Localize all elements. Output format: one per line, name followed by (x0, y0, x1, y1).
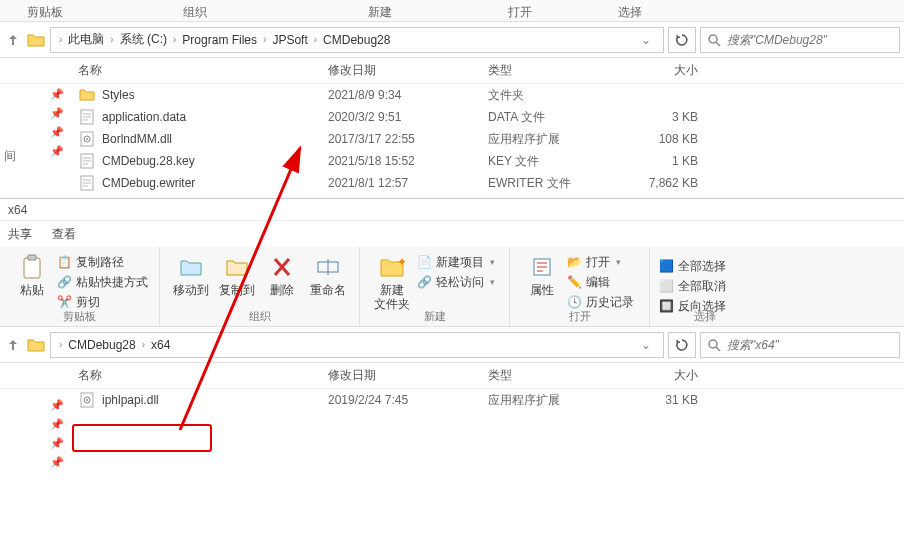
file-row[interactable]: BorlndMM.dll2017/3/17 22:55应用程序扩展108 KB (0, 128, 904, 150)
file-size: 31 KB (628, 393, 698, 407)
crumb-pf[interactable]: Program Files (180, 33, 259, 47)
file-type: 文件夹 (488, 87, 628, 104)
edit-button[interactable]: ✏️编辑 (566, 273, 634, 291)
breadcrumb-dropdown[interactable]: ⌄ (635, 33, 657, 47)
breadcrumb-dropdown[interactable]: ⌄ (635, 338, 657, 352)
group-label: 新建 (360, 309, 509, 324)
col-type[interactable]: 类型 (488, 62, 628, 79)
search-box[interactable] (700, 27, 900, 53)
annotation-highlight (72, 424, 212, 452)
file-name: Styles (102, 88, 328, 102)
file-date: 2017/3/17 22:55 (328, 132, 488, 146)
svg-rect-9 (28, 255, 36, 260)
file-row[interactable]: Styles2021/8/9 9:34文件夹 (0, 84, 904, 106)
crumb-pc[interactable]: 此电脑 (66, 31, 106, 48)
easy-access-button[interactable]: 🔗轻松访问▾ (416, 273, 495, 291)
new-item-button[interactable]: 📄新建项目▾ (416, 253, 495, 271)
chevron-right-icon: › (140, 339, 147, 350)
rename-icon (314, 253, 342, 281)
col-size[interactable]: 大小 (628, 367, 698, 384)
search-input[interactable] (727, 33, 893, 47)
crumb-drive[interactable]: 系统 (C:) (118, 31, 169, 48)
file-name: BorlndMM.dll (102, 132, 328, 146)
file-size: 1 KB (628, 154, 698, 168)
select-all-button[interactable]: 🟦全部选择 (658, 257, 726, 275)
search-box-2[interactable] (700, 332, 900, 358)
file-size: 108 KB (628, 132, 698, 146)
col-name[interactable]: 名称 (78, 62, 328, 79)
file-list: 名称 修改日期 类型 大小 间 📌 📌 📌 📌 Styles2021/8/9 9… (0, 58, 904, 196)
file-date: 2021/5/18 15:52 (328, 154, 488, 168)
pin-icon: 📌 (50, 418, 64, 431)
breadcrumb-2[interactable]: › CMDebug28 › x64 ⌄ (50, 332, 664, 358)
folder-icon (26, 30, 46, 50)
file-row[interactable]: iphlpapi.dll2019/2/24 7:45应用程序扩展31 KB (0, 389, 904, 411)
file-row[interactable]: application.data2020/3/2 9:51DATA 文件3 KB (0, 106, 904, 128)
crumb-x64[interactable]: x64 (149, 338, 172, 352)
breadcrumb[interactable]: › 此电脑 › 系统 (C:) › Program Files › JPSoft… (50, 27, 664, 53)
crumb-cmdebug[interactable]: CMDebug28 (321, 33, 392, 47)
file-type: EWRITER 文件 (488, 175, 628, 192)
select-none-button[interactable]: ⬜全部取消 (658, 277, 726, 295)
crumb-jpsoft[interactable]: JPSoft (270, 33, 309, 47)
refresh-button[interactable] (668, 332, 696, 358)
pin-column-2: 📌 📌 📌 📌 (50, 399, 64, 469)
shortcut-icon: 🔗 (56, 274, 72, 290)
svg-line-1 (716, 42, 720, 46)
group-label: 选择 (650, 309, 760, 324)
edit-icon: ✏️ (566, 274, 582, 290)
nav-up-icon[interactable] (4, 28, 22, 52)
file-row[interactable]: CMDebug.ewriter2021/8/1 12:57EWRITER 文件7… (0, 172, 904, 194)
tab-share[interactable]: 共享 (8, 226, 32, 243)
file-list-2: 名称 修改日期 类型 大小 📌 📌 📌 📌 iphlpapi.dll2019/2… (0, 363, 904, 411)
file-type: KEY 文件 (488, 153, 628, 170)
file-type: 应用程序扩展 (488, 392, 628, 409)
file-name: CMDebug.28.key (102, 154, 328, 168)
refresh-button[interactable] (668, 27, 696, 53)
column-headers[interactable]: 名称 修改日期 类型 大小 (0, 58, 904, 84)
paste-shortcut-button[interactable]: 🔗粘贴快捷方式 (56, 273, 148, 291)
file-name: application.data (102, 110, 328, 124)
file-icon (78, 174, 96, 192)
chevron-right-icon[interactable]: › (57, 34, 64, 45)
ribbon-tabs: 共享 查看 (0, 221, 904, 247)
svg-line-15 (716, 347, 720, 351)
tab-view[interactable]: 查看 (52, 226, 76, 243)
delete-icon (268, 253, 296, 281)
file-row[interactable]: CMDebug.28.key2021/5/18 15:52KEY 文件1 KB (0, 150, 904, 172)
ribbon-new: ✦新建 文件夹 📄新建项目▾ 🔗轻松访问▾ 新建 (360, 247, 510, 326)
svg-text:✦: ✦ (397, 256, 405, 269)
col-date[interactable]: 修改日期 (328, 367, 488, 384)
copy-path-button[interactable]: 📋复制路径 (56, 253, 148, 271)
pin-icon: 📌 (50, 88, 64, 101)
properties-button[interactable]: 属性 (518, 251, 566, 315)
move-to-button[interactable]: 移动到 (168, 251, 214, 315)
chevron-down-icon: ▾ (616, 257, 621, 267)
scissors-icon: ✂️ (56, 294, 72, 310)
chevron-right-icon[interactable]: › (57, 339, 64, 350)
search-input-2[interactable] (727, 338, 893, 352)
open-button[interactable]: 📂打开▾ (566, 253, 634, 271)
col-date[interactable]: 修改日期 (328, 62, 488, 79)
new-folder-button[interactable]: ✦新建 文件夹 (368, 251, 416, 315)
nav-up-icon[interactable] (4, 333, 22, 357)
search-icon (707, 338, 721, 352)
copy-to-button[interactable]: 复制到 (214, 251, 260, 315)
col-type[interactable]: 类型 (488, 367, 628, 384)
chevron-right-icon: › (171, 34, 178, 45)
col-name[interactable]: 名称 (78, 367, 328, 384)
history-icon: 🕓 (566, 294, 582, 310)
file-icon (78, 152, 96, 170)
pin-icon: 📌 (50, 126, 64, 139)
file-icon (78, 130, 96, 148)
rename-button[interactable]: 重命名 (305, 251, 351, 315)
delete-button[interactable]: 删除 (260, 251, 306, 315)
group-open: 打开 (460, 0, 580, 21)
ribbon-group-labels: 剪贴板 组织 新建 打开 选择 (0, 0, 904, 22)
col-size[interactable]: 大小 (628, 62, 698, 79)
paste-button[interactable]: 粘贴 (8, 251, 56, 315)
crumb-cmdebug[interactable]: CMDebug28 (66, 338, 137, 352)
column-headers-2[interactable]: 名称 修改日期 类型 大小 (0, 363, 904, 389)
pin-icon: 📌 (50, 437, 64, 450)
copy-icon (223, 253, 251, 281)
